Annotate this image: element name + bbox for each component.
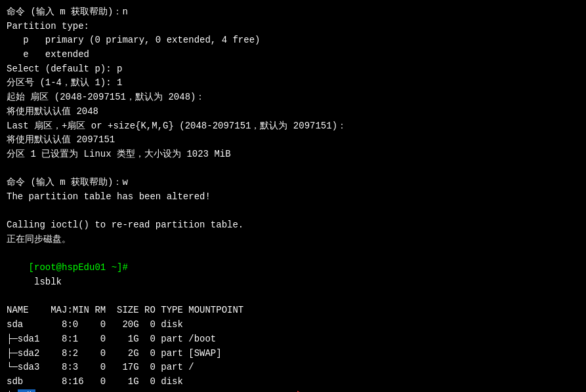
line-sda3: └─sda3 8:3 0 17G 0 part / bbox=[7, 361, 579, 375]
line-cmd-w: 命令 (输入 m 获取帮助)：w bbox=[7, 176, 579, 190]
line-select: Select (default p): p bbox=[7, 62, 579, 77]
sdb1-text-after: 1 8:17 0 1023M 0 part bbox=[35, 389, 190, 392]
line-sda2: ├─sda2 8:2 0 2G 0 part [SWAP] bbox=[7, 347, 579, 361]
line-prompt-lsblk: [root@hspEdu01 ~]# lsblk bbox=[7, 247, 579, 304]
line-extended: e extended bbox=[7, 48, 579, 62]
sdb1-text-before: └─ bbox=[7, 389, 18, 392]
line-blank2 bbox=[7, 205, 579, 219]
line-default-2048: 将使用默认认值 2048 bbox=[7, 105, 579, 119]
line-part-num: 分区号 (1-4，默认 1): 1 bbox=[7, 76, 579, 90]
line-blank1 bbox=[7, 162, 579, 176]
line-partition-type: Partition type: bbox=[7, 20, 579, 34]
sdb1-highlight: sdb bbox=[18, 389, 35, 392]
line-start-sector: 起始 扇区 (2048-2097151，默认为 2048)： bbox=[7, 90, 579, 105]
line-lsblk-header: NAME MAJ:MIN RM SIZE RO TYPE MOUNTPOINT bbox=[7, 304, 579, 318]
line-table-altered: The partition table has been altered! bbox=[7, 190, 579, 205]
line-last-sector: Last 扇区，+扇区 or +size{K,M,G} (2048-209715… bbox=[7, 119, 579, 134]
line-sda1: ├─sda1 8:1 0 1G 0 part /boot bbox=[7, 332, 579, 347]
line-primary: p primary (0 primary, 0 extended, 4 free… bbox=[7, 33, 579, 48]
line-default-2097151: 将使用默认认值 2097151 bbox=[7, 133, 579, 147]
line-part-created: 分区 1 已设置为 Linux 类型，大小设为 1023 MiB bbox=[7, 147, 579, 162]
line-ioctl: Calling ioctl() to re-read partition tab… bbox=[7, 218, 579, 233]
line-sdb1: └─sdb1 8:17 0 1023M 0 part bbox=[7, 389, 579, 392]
terminal-window: 命令 (输入 m 获取帮助)：n Partition type: p prima… bbox=[0, 0, 586, 392]
line-sda: sda 8:0 0 20G 0 disk bbox=[7, 318, 579, 332]
line-sdb: sdb 8:16 0 1G 0 disk bbox=[7, 375, 579, 389]
line-syncing: 正在同步磁盘。 bbox=[7, 233, 579, 247]
line-cmd1: 命令 (输入 m 获取帮助)：n bbox=[7, 5, 579, 20]
